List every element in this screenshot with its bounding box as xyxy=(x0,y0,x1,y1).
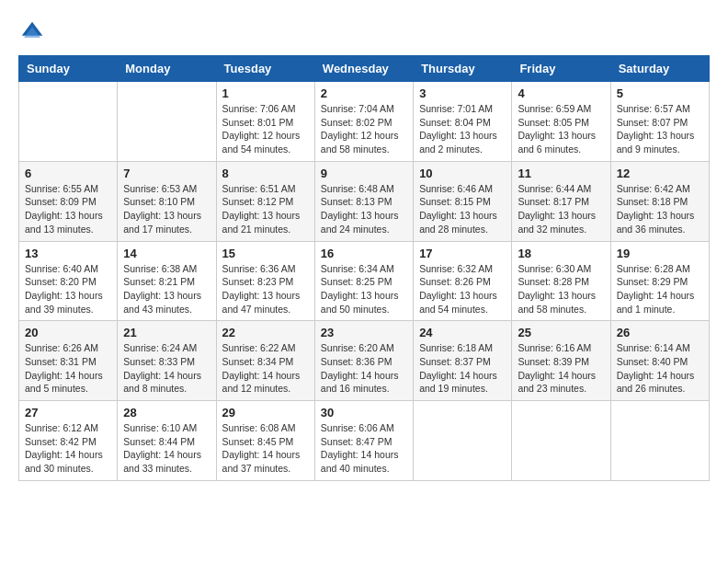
day-info: Sunrise: 6:40 AM Sunset: 8:20 PM Dayligh… xyxy=(25,262,111,316)
day-info: Sunrise: 6:08 AM Sunset: 8:45 PM Dayligh… xyxy=(222,421,309,476)
calendar-cell: 12Sunrise: 6:42 AM Sunset: 8:18 PM Dayli… xyxy=(610,161,709,241)
day-number: 5 xyxy=(617,86,703,100)
calendar-cell: 28Sunrise: 6:10 AM Sunset: 8:44 PM Dayli… xyxy=(118,401,216,481)
day-number: 13 xyxy=(25,247,111,260)
calendar-cell: 20Sunrise: 6:26 AM Sunset: 8:31 PM Dayli… xyxy=(19,321,118,401)
day-info: Sunrise: 6:32 AM Sunset: 8:26 PM Dayligh… xyxy=(419,262,506,316)
day-number: 17 xyxy=(419,247,506,260)
calendar-cell: 13Sunrise: 6:40 AM Sunset: 8:20 PM Dayli… xyxy=(19,241,118,321)
logo xyxy=(18,18,50,46)
calendar-week-row: 20Sunrise: 6:26 AM Sunset: 8:31 PM Dayli… xyxy=(19,321,710,401)
day-info: Sunrise: 7:06 AM Sunset: 8:01 PM Dayligh… xyxy=(222,102,309,156)
col-header-tuesday: Tuesday xyxy=(216,56,314,82)
day-info: Sunrise: 6:55 AM Sunset: 8:09 PM Dayligh… xyxy=(25,182,111,236)
calendar-cell: 27Sunrise: 6:12 AM Sunset: 8:42 PM Dayli… xyxy=(19,401,118,481)
day-info: Sunrise: 7:04 AM Sunset: 8:02 PM Dayligh… xyxy=(321,102,407,156)
calendar-cell: 16Sunrise: 6:34 AM Sunset: 8:25 PM Dayli… xyxy=(314,241,413,321)
calendar-cell: 19Sunrise: 6:28 AM Sunset: 8:29 PM Dayli… xyxy=(610,241,709,321)
calendar-cell xyxy=(512,401,610,481)
day-number: 15 xyxy=(222,247,309,260)
day-info: Sunrise: 6:16 AM Sunset: 8:39 PM Dayligh… xyxy=(518,341,604,396)
calendar-cell: 24Sunrise: 6:18 AM Sunset: 8:37 PM Dayli… xyxy=(414,321,512,401)
day-number: 3 xyxy=(419,86,506,100)
day-number: 2 xyxy=(321,86,407,100)
calendar-cell: 21Sunrise: 6:24 AM Sunset: 8:33 PM Dayli… xyxy=(118,321,216,401)
day-info: Sunrise: 6:28 AM Sunset: 8:29 PM Dayligh… xyxy=(617,262,703,316)
calendar-cell: 29Sunrise: 6:08 AM Sunset: 8:45 PM Dayli… xyxy=(216,401,314,481)
day-info: Sunrise: 6:10 AM Sunset: 8:44 PM Dayligh… xyxy=(123,421,210,476)
day-number: 7 xyxy=(123,167,210,180)
calendar-cell xyxy=(19,82,118,162)
day-info: Sunrise: 6:44 AM Sunset: 8:17 PM Dayligh… xyxy=(518,182,604,236)
day-number: 18 xyxy=(518,247,604,260)
calendar-week-row: 1Sunrise: 7:06 AM Sunset: 8:01 PM Daylig… xyxy=(19,82,710,162)
calendar-cell: 15Sunrise: 6:36 AM Sunset: 8:23 PM Dayli… xyxy=(216,241,314,321)
day-info: Sunrise: 6:34 AM Sunset: 8:25 PM Dayligh… xyxy=(321,262,407,316)
calendar-cell: 18Sunrise: 6:30 AM Sunset: 8:28 PM Dayli… xyxy=(512,241,610,321)
col-header-friday: Friday xyxy=(512,56,610,82)
day-number: 27 xyxy=(25,406,111,419)
day-info: Sunrise: 6:59 AM Sunset: 8:05 PM Dayligh… xyxy=(518,102,604,156)
day-number: 6 xyxy=(25,167,111,180)
day-number: 21 xyxy=(123,326,210,339)
day-info: Sunrise: 6:22 AM Sunset: 8:34 PM Dayligh… xyxy=(222,341,309,396)
day-info: Sunrise: 6:48 AM Sunset: 8:13 PM Dayligh… xyxy=(321,182,407,236)
day-info: Sunrise: 6:24 AM Sunset: 8:33 PM Dayligh… xyxy=(123,341,210,396)
day-info: Sunrise: 7:01 AM Sunset: 8:04 PM Dayligh… xyxy=(419,102,506,156)
calendar-header-row: SundayMondayTuesdayWednesdayThursdayFrid… xyxy=(19,56,710,82)
calendar-cell: 23Sunrise: 6:20 AM Sunset: 8:36 PM Dayli… xyxy=(314,321,413,401)
calendar-table: SundayMondayTuesdayWednesdayThursdayFrid… xyxy=(18,55,710,481)
day-info: Sunrise: 6:36 AM Sunset: 8:23 PM Dayligh… xyxy=(222,262,309,316)
calendar-cell: 3Sunrise: 7:01 AM Sunset: 8:04 PM Daylig… xyxy=(414,82,512,162)
day-number: 4 xyxy=(518,86,604,100)
day-number: 22 xyxy=(222,326,309,339)
col-header-wednesday: Wednesday xyxy=(314,56,413,82)
day-info: Sunrise: 6:20 AM Sunset: 8:36 PM Dayligh… xyxy=(321,341,407,396)
col-header-saturday: Saturday xyxy=(610,56,709,82)
day-number: 9 xyxy=(321,167,407,180)
calendar-cell: 22Sunrise: 6:22 AM Sunset: 8:34 PM Dayli… xyxy=(216,321,314,401)
day-number: 16 xyxy=(321,247,407,260)
day-info: Sunrise: 6:12 AM Sunset: 8:42 PM Dayligh… xyxy=(25,421,111,476)
col-header-sunday: Sunday xyxy=(19,56,118,82)
col-header-thursday: Thursday xyxy=(414,56,512,82)
page-header xyxy=(18,18,710,46)
calendar-cell xyxy=(118,82,216,162)
day-info: Sunrise: 6:26 AM Sunset: 8:31 PM Dayligh… xyxy=(25,341,111,396)
calendar-cell xyxy=(610,401,709,481)
day-number: 30 xyxy=(321,406,407,419)
day-info: Sunrise: 6:42 AM Sunset: 8:18 PM Dayligh… xyxy=(617,182,703,236)
calendar-cell: 30Sunrise: 6:06 AM Sunset: 8:47 PM Dayli… xyxy=(314,401,413,481)
logo-icon xyxy=(18,18,46,46)
calendar-week-row: 13Sunrise: 6:40 AM Sunset: 8:20 PM Dayli… xyxy=(19,241,710,321)
calendar-cell: 8Sunrise: 6:51 AM Sunset: 8:12 PM Daylig… xyxy=(216,161,314,241)
day-number: 12 xyxy=(617,167,703,180)
day-info: Sunrise: 6:57 AM Sunset: 8:07 PM Dayligh… xyxy=(617,102,703,156)
calendar-cell: 1Sunrise: 7:06 AM Sunset: 8:01 PM Daylig… xyxy=(216,82,314,162)
day-number: 19 xyxy=(617,247,703,260)
calendar-cell: 6Sunrise: 6:55 AM Sunset: 8:09 PM Daylig… xyxy=(19,161,118,241)
day-info: Sunrise: 6:14 AM Sunset: 8:40 PM Dayligh… xyxy=(617,341,703,396)
calendar-cell: 17Sunrise: 6:32 AM Sunset: 8:26 PM Dayli… xyxy=(414,241,512,321)
calendar-cell: 26Sunrise: 6:14 AM Sunset: 8:40 PM Dayli… xyxy=(610,321,709,401)
day-info: Sunrise: 6:38 AM Sunset: 8:21 PM Dayligh… xyxy=(123,262,210,316)
day-number: 24 xyxy=(419,326,506,339)
calendar-cell xyxy=(414,401,512,481)
calendar-cell: 14Sunrise: 6:38 AM Sunset: 8:21 PM Dayli… xyxy=(118,241,216,321)
day-number: 20 xyxy=(25,326,111,339)
day-info: Sunrise: 6:30 AM Sunset: 8:28 PM Dayligh… xyxy=(518,262,604,316)
calendar-cell: 10Sunrise: 6:46 AM Sunset: 8:15 PM Dayli… xyxy=(414,161,512,241)
calendar-cell: 2Sunrise: 7:04 AM Sunset: 8:02 PM Daylig… xyxy=(314,82,413,162)
day-number: 26 xyxy=(617,326,703,339)
calendar-cell: 11Sunrise: 6:44 AM Sunset: 8:17 PM Dayli… xyxy=(512,161,610,241)
calendar-cell: 7Sunrise: 6:53 AM Sunset: 8:10 PM Daylig… xyxy=(118,161,216,241)
calendar-cell: 25Sunrise: 6:16 AM Sunset: 8:39 PM Dayli… xyxy=(512,321,610,401)
day-number: 1 xyxy=(222,86,309,100)
day-info: Sunrise: 6:06 AM Sunset: 8:47 PM Dayligh… xyxy=(321,421,407,476)
day-number: 8 xyxy=(222,167,309,180)
day-number: 14 xyxy=(123,247,210,260)
day-number: 29 xyxy=(222,406,309,419)
calendar-cell: 4Sunrise: 6:59 AM Sunset: 8:05 PM Daylig… xyxy=(512,82,610,162)
day-number: 23 xyxy=(321,326,407,339)
calendar-week-row: 27Sunrise: 6:12 AM Sunset: 8:42 PM Dayli… xyxy=(19,401,710,481)
